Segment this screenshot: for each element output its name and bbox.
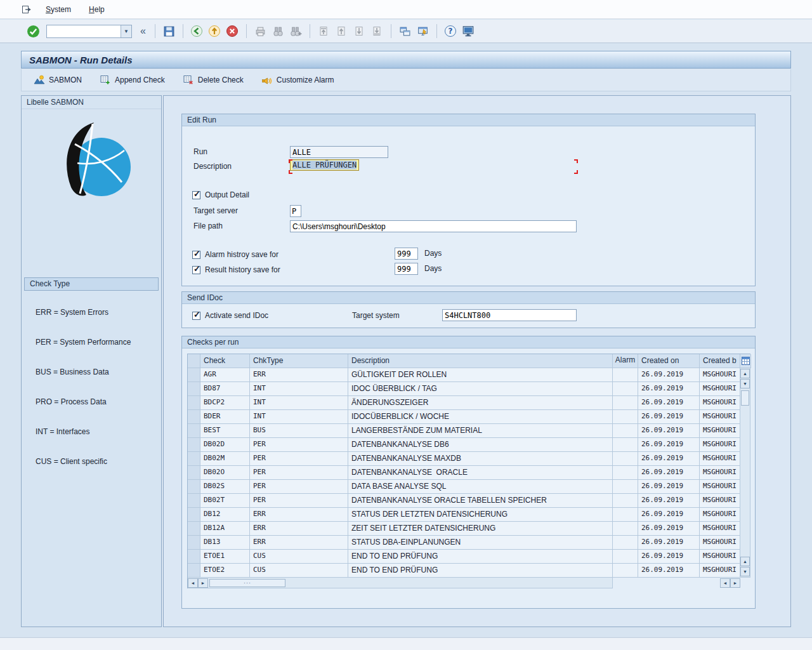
cell-description: GÜLTIGKEIT DER ROLLEN	[348, 368, 613, 382]
table-row[interactable]: DB12 ERR STATUS DER LETZTEN DATENSICHERU…	[188, 508, 740, 522]
collapse-toolbar-button[interactable]: «	[140, 26, 146, 36]
vertical-scrollbar[interactable]: ▲ ▼ ▲ ▼	[740, 368, 750, 578]
first-page-button[interactable]	[316, 23, 332, 39]
table-row[interactable]: DB02M PER DATENBANKANALYSE MAXDB 26.09.2…	[188, 452, 740, 466]
row-selector[interactable]	[188, 564, 200, 578]
back-button[interactable]	[189, 23, 205, 39]
result-history-days-input[interactable]	[395, 263, 418, 275]
previous-page-button[interactable]	[334, 23, 350, 39]
find-next-button[interactable]	[288, 23, 304, 39]
target-system-input[interactable]	[442, 309, 577, 321]
row-selector[interactable]	[188, 410, 200, 424]
cell-chktype: INT	[250, 410, 348, 424]
help-button[interactable]: ?	[443, 23, 459, 39]
menu-help[interactable]: Help	[89, 5, 105, 14]
row-selector[interactable]	[188, 452, 200, 466]
table-row[interactable]: BD87 INT IDOC ÜBERBLICK / TAG 26.09.2019…	[188, 382, 740, 396]
table-row[interactable]: DB02D PER DATENBANKANALYSE DB6 26.09.201…	[188, 438, 740, 452]
table-configuration-icon[interactable]	[742, 357, 750, 365]
customize-alarm-button[interactable]: Customize Alarm	[256, 72, 340, 88]
menu-system[interactable]: System	[46, 5, 71, 14]
new-session-button[interactable]	[397, 23, 413, 39]
alarm-history-days-input[interactable]	[395, 248, 418, 260]
customize-layout-button[interactable]	[461, 23, 476, 39]
horizontal-scrollbar[interactable]: ◄ ► ···	[188, 578, 613, 588]
secondary-horizontal-scrollbar[interactable]: ◄ ►	[700, 578, 740, 588]
description-field[interactable]: ALLE PRÜFUNGEN	[290, 161, 577, 173]
row-selector[interactable]	[188, 368, 200, 382]
scroll-left-button-right[interactable]: ◄	[720, 578, 730, 588]
enter-button[interactable]	[25, 23, 41, 39]
print-button[interactable]	[252, 23, 268, 39]
row-selector[interactable]	[188, 466, 200, 480]
table-row[interactable]: DB02S PER DATA BASE ANALYSE SQL 26.09.20…	[188, 480, 740, 494]
last-page-button[interactable]	[369, 23, 385, 39]
output-detail-checkbox[interactable]	[192, 191, 200, 199]
first-page-icon	[318, 25, 329, 37]
column-header-created-on[interactable]: Created on	[638, 354, 700, 368]
table-row[interactable]: BEST BUS LANGERBESTÄNDE ZUM MATERIAL 26.…	[188, 424, 740, 438]
create-shortcut-button[interactable]	[415, 23, 431, 39]
row-selector[interactable]	[188, 438, 200, 452]
table-row[interactable]: DB13 ERR STATUS DBA-EINPLANUNGEN 26.09.2…	[188, 536, 740, 550]
horizontal-scrollbar-thumb[interactable]: ···	[209, 579, 285, 587]
row-selector[interactable]	[188, 424, 200, 438]
command-input[interactable]	[47, 25, 121, 37]
cell-alarm	[613, 382, 638, 396]
result-history-checkbox[interactable]	[192, 266, 200, 274]
cancel-button[interactable]	[225, 23, 240, 39]
row-selector[interactable]	[188, 382, 200, 396]
row-selector[interactable]	[188, 494, 200, 508]
append-check-button[interactable]: Append Check	[94, 72, 171, 88]
exit-button[interactable]	[207, 23, 223, 39]
sabmon-button[interactable]: SABMON	[28, 72, 88, 88]
table-row[interactable]: BDER INT IDOCÜBERBLICK / WOCHE 26.09.201…	[188, 410, 740, 424]
table-row[interactable]: DB12A ERR ZEIT SEIT LETZTER DATENSICHERU…	[188, 522, 740, 536]
scroll-down-button[interactable]: ▼	[740, 379, 750, 388]
scroll-right-button[interactable]: ►	[198, 578, 208, 588]
cell-description: DATENBANKANALYSE ORACLE	[348, 466, 613, 480]
scroll-down-button-bottom[interactable]: ▼	[740, 567, 750, 576]
alarm-history-checkbox[interactable]	[192, 251, 200, 259]
scroll-left-button[interactable]: ◄	[188, 578, 198, 588]
save-button[interactable]	[161, 23, 177, 39]
table-row[interactable]: DB02O PER DATENBANKANALYSE ORACLE 26.09.…	[188, 466, 740, 480]
run-input[interactable]	[290, 146, 388, 158]
next-page-button[interactable]	[351, 23, 367, 39]
cell-alarm	[613, 466, 638, 480]
delete-check-button[interactable]: Delete Check	[177, 72, 249, 88]
table-row[interactable]: DB02T PER DATENBANKANALYSE ORACLE TABELL…	[188, 494, 740, 508]
column-header-alarm[interactable]: Alarm	[613, 354, 638, 368]
check-type-item-cus: CUS = Client specific	[36, 456, 157, 467]
table-row[interactable]: AGR ERR GÜLTIGKEIT DER ROLLEN 26.09.2019…	[188, 368, 740, 382]
column-header-chktype[interactable]: ChkType	[250, 354, 348, 368]
cell-description: DATENBANKANALYSE MAXDB	[348, 452, 613, 466]
column-header-description[interactable]: Description	[348, 354, 613, 368]
scroll-up-button[interactable]: ▲	[740, 369, 750, 378]
row-selector[interactable]	[188, 396, 200, 410]
activate-send-idoc-checkbox[interactable]	[192, 312, 200, 320]
focus-corner-icon	[574, 170, 578, 174]
row-selector[interactable]	[188, 550, 200, 564]
cell-created-by: MSGHOURI	[700, 396, 740, 410]
table-row[interactable]: ETOE1 CUS END TO END PRÜFUNG 26.09.2019 …	[188, 550, 740, 564]
column-header-created-by[interactable]: Created b	[700, 354, 740, 368]
table-row[interactable]: BDCP2 INT ÄNDERUNGSZEIGER 26.09.2019 MSG…	[188, 396, 740, 410]
table-row[interactable]: ETOE2 CUS END TO END PRÜFUNG 26.09.2019 …	[188, 564, 740, 578]
cell-chktype: INT	[250, 382, 348, 396]
scroll-up-button-bottom[interactable]: ▲	[740, 557, 750, 566]
file-path-input[interactable]	[290, 220, 577, 232]
find-button[interactable]	[270, 23, 286, 39]
row-selector[interactable]	[188, 536, 200, 550]
row-selector[interactable]	[188, 522, 200, 536]
vertical-scrollbar-thumb[interactable]	[741, 390, 749, 406]
column-header-check[interactable]: Check	[200, 354, 250, 368]
column-header-selector[interactable]	[188, 354, 200, 368]
command-dropdown-icon[interactable]: ▼	[121, 25, 131, 37]
target-server-input[interactable]	[290, 205, 301, 217]
scroll-right-button-right[interactable]: ►	[730, 578, 740, 588]
cell-chktype: PER	[250, 494, 348, 508]
session-menu-icon[interactable]	[22, 4, 32, 15]
row-selector[interactable]	[188, 480, 200, 494]
row-selector[interactable]	[188, 508, 200, 522]
